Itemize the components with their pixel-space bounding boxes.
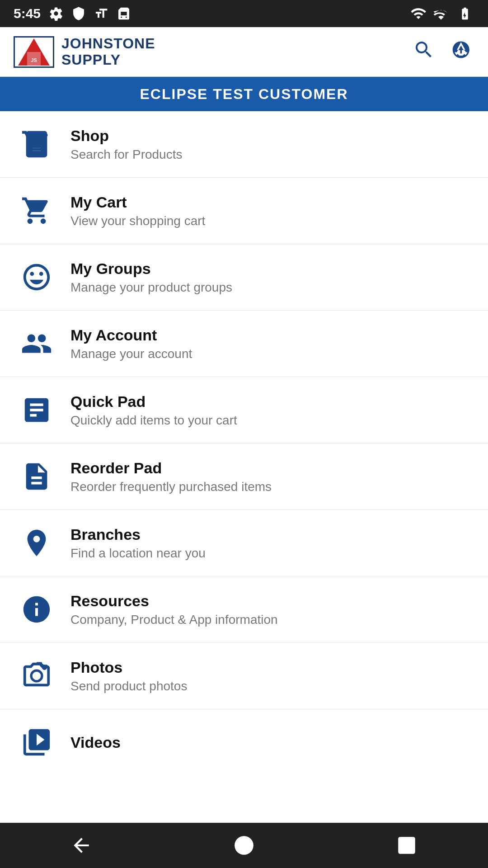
- customer-banner: ECLIPSE TEST CUSTOMER: [0, 77, 488, 111]
- videos-text: Videos: [70, 734, 121, 751]
- status-bar-left: 5:45: [14, 6, 131, 21]
- account-text: My Account Manage your account: [70, 326, 192, 361]
- quick-pad-subtitle: Quickly add items to your cart: [70, 413, 237, 428]
- gear-icon: [49, 6, 63, 21]
- search-button[interactable]: [413, 39, 435, 65]
- svg-text:JS: JS: [31, 57, 37, 63]
- menu-list: Shop Search for Products My Cart View yo…: [0, 111, 488, 823]
- photos-text: Photos Send product photos: [70, 659, 187, 693]
- status-bar-right: [410, 5, 474, 22]
- svg-point-3: [235, 836, 253, 855]
- cart-text: My Cart View your shopping cart: [70, 193, 205, 228]
- logo-icon: JS: [18, 38, 50, 66]
- account-title: My Account: [70, 326, 192, 344]
- status-time: 5:45: [14, 6, 41, 21]
- videos-icon: [16, 722, 57, 763]
- branches-subtitle: Find a location near you: [70, 546, 206, 561]
- shop-subtitle: Search for Products: [70, 147, 182, 162]
- quick-pad-text: Quick Pad Quickly add items to your cart: [70, 393, 237, 428]
- resources-icon: [16, 589, 57, 630]
- bottom-nav: [0, 823, 488, 868]
- groups-icon: [16, 257, 57, 297]
- groups-title: My Groups: [70, 260, 232, 278]
- account-icon: [16, 323, 57, 364]
- recent-button[interactable]: [389, 827, 425, 863]
- photos-icon: [16, 656, 57, 696]
- logo-line2: SUPPLY: [61, 52, 155, 68]
- back-button[interactable]: [63, 827, 99, 863]
- logo-line1: JOHNSTONE: [61, 36, 155, 52]
- branches-icon: [16, 523, 57, 563]
- customer-name: ECLIPSE TEST CUSTOMER: [140, 86, 348, 103]
- resources-subtitle: Company, Product & App information: [70, 613, 278, 627]
- signal-icon: [433, 5, 449, 22]
- reorder-pad-icon: [16, 456, 57, 497]
- groups-subtitle: Manage your product groups: [70, 280, 232, 295]
- quick-pad-title: Quick Pad: [70, 393, 237, 410]
- app-header: JS JOHNSTONE SUPPLY: [0, 27, 488, 77]
- photos-subtitle: Send product photos: [70, 679, 187, 693]
- resources-title: Resources: [70, 592, 278, 610]
- reorder-pad-title: Reorder Pad: [70, 459, 272, 477]
- logo-box: JS: [14, 36, 54, 68]
- account-button[interactable]: [451, 39, 474, 65]
- branches-text: Branches Find a location near you: [70, 526, 206, 561]
- menu-item-videos[interactable]: Videos: [0, 709, 488, 775]
- header-icons: [413, 39, 474, 65]
- font-icon: [94, 6, 108, 21]
- videos-title: Videos: [70, 734, 121, 751]
- status-bar: 5:45: [0, 0, 488, 27]
- menu-item-quick-pad[interactable]: Quick Pad Quickly add items to your cart: [0, 377, 488, 443]
- menu-item-photos[interactable]: Photos Send product photos: [0, 643, 488, 709]
- menu-item-shop[interactable]: Shop Search for Products: [0, 111, 488, 178]
- cart-icon: [16, 190, 57, 231]
- menu-item-reorder-pad[interactable]: Reorder Pad Reorder frequently purchased…: [0, 443, 488, 510]
- account-subtitle: Manage your account: [70, 347, 192, 361]
- cart-title: My Cart: [70, 193, 205, 211]
- logo-area: JS JOHNSTONE SUPPLY: [14, 36, 155, 67]
- groups-text: My Groups Manage your product groups: [70, 260, 232, 295]
- branches-title: Branches: [70, 526, 206, 543]
- menu-item-resources[interactable]: Resources Company, Product & App informa…: [0, 576, 488, 643]
- shield-icon: [71, 6, 86, 21]
- logo-text: JOHNSTONE SUPPLY: [61, 36, 155, 67]
- shop-icon: [16, 124, 57, 165]
- menu-item-my-groups[interactable]: My Groups Manage your product groups: [0, 244, 488, 311]
- photos-title: Photos: [70, 659, 187, 676]
- home-button[interactable]: [226, 827, 262, 863]
- reorder-pad-subtitle: Reorder frequently purchased items: [70, 480, 272, 494]
- svg-rect-4: [398, 837, 415, 854]
- menu-item-my-cart[interactable]: My Cart View your shopping cart: [0, 178, 488, 244]
- shop-title: Shop: [70, 127, 182, 145]
- shop-text: Shop Search for Products: [70, 127, 182, 162]
- battery-icon: [455, 6, 474, 21]
- wifi-icon: [410, 5, 427, 22]
- cart-subtitle: View your shopping cart: [70, 214, 205, 228]
- menu-item-branches[interactable]: Branches Find a location near you: [0, 510, 488, 576]
- menu-item-my-account[interactable]: My Account Manage your account: [0, 311, 488, 377]
- resources-text: Resources Company, Product & App informa…: [70, 592, 278, 627]
- quick-pad-icon: [16, 390, 57, 430]
- reorder-pad-text: Reorder Pad Reorder frequently purchased…: [70, 459, 272, 494]
- sim-icon: [117, 6, 131, 21]
